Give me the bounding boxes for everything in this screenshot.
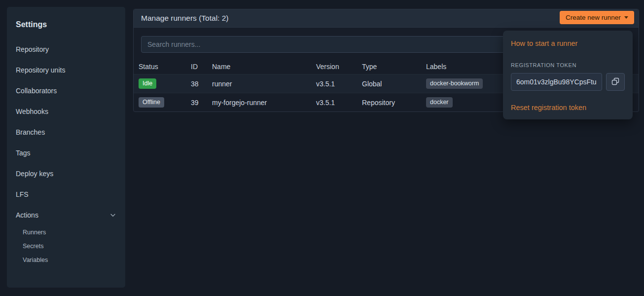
runner-version: v3.5.1 [311, 74, 357, 93]
column-header-version: Version [311, 59, 357, 74]
sidebar-item-label: Tags [16, 149, 31, 157]
runner-id: 38 [186, 74, 207, 93]
status-badge: Offline [139, 97, 164, 108]
settings-sidebar: Settings Repository Repository units Col… [7, 7, 125, 288]
runner-name: runner [207, 74, 311, 93]
sidebar-item-repository[interactable]: Repository [7, 39, 125, 60]
sidebar-item-collaborators[interactable]: Collaborators [7, 80, 125, 101]
runner-type: Repository [357, 93, 421, 112]
dropdown-caret-icon [624, 16, 628, 19]
sidebar-item-repository-units[interactable]: Repository units [7, 60, 125, 80]
sidebar-item-branches[interactable]: Branches [7, 122, 125, 143]
runner-label-badge: docker-bookworm [426, 78, 483, 89]
page-title: Manage runners (Total: 2) [141, 14, 228, 22]
column-header-id: ID [186, 59, 207, 74]
status-badge: Idle [139, 78, 156, 89]
chevron-down-icon [109, 212, 116, 219]
sidebar-item-lfs[interactable]: LFS [7, 184, 125, 205]
reset-registration-token-link[interactable]: Reset registration token [511, 104, 586, 111]
sidebar-item-label: Collaborators [16, 87, 57, 95]
sidebar-title: Settings [7, 14, 125, 39]
registration-token-label: REGISTRATION TOKEN [511, 62, 625, 68]
create-new-runner-label: Create new runner [566, 14, 621, 21]
sidebar-item-label: Webhooks [16, 108, 48, 115]
sidebar-item-label: LFS [16, 190, 29, 198]
sidebar-subitem-secrets[interactable]: Secrets [7, 239, 125, 253]
column-header-status: Status [134, 59, 186, 74]
runner-id: 39 [186, 93, 207, 112]
sidebar-item-deploy-keys[interactable]: Deploy keys [7, 163, 125, 184]
how-to-start-runner-link[interactable]: How to start a runner [511, 39, 577, 47]
registration-token-input[interactable] [511, 73, 602, 91]
sidebar-subitem-variables[interactable]: Variables [7, 253, 125, 267]
runner-type: Global [357, 74, 421, 93]
column-header-type: Type [357, 59, 421, 74]
copy-token-button[interactable] [606, 73, 625, 91]
sidebar-item-actions[interactable]: Actions [7, 205, 125, 225]
column-header-name: Name [207, 59, 311, 74]
sidebar-item-label: Repository [16, 45, 49, 53]
runner-registration-dropdown: How to start a runner REGISTRATION TOKEN… [503, 31, 633, 119]
runner-label-badge: docker [426, 97, 453, 108]
runner-version: v3.5.1 [311, 93, 357, 112]
copy-icon [611, 77, 619, 87]
sidebar-subitem-runners[interactable]: Runners [7, 225, 125, 239]
sidebar-item-label: Repository units [16, 66, 65, 74]
sidebar-item-webhooks[interactable]: Webhooks [7, 101, 125, 122]
sidebar-item-label: Actions [16, 211, 38, 219]
sidebar-item-tags[interactable]: Tags [7, 143, 125, 163]
sidebar-item-label: Branches [16, 128, 45, 136]
sidebar-item-label: Deploy keys [16, 170, 53, 178]
runner-name: my-forgejo-runner [207, 93, 311, 112]
create-new-runner-button[interactable]: Create new runner [560, 11, 634, 24]
